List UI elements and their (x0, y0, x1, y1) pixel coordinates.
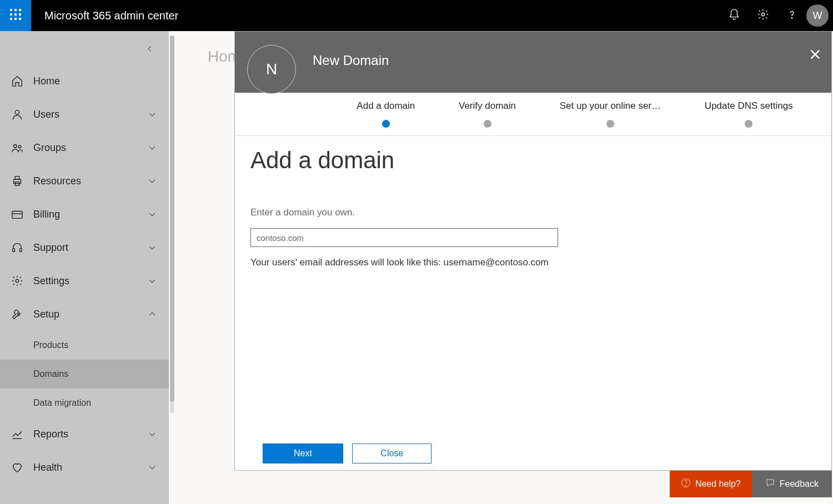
sidebar-item-home[interactable]: Home (0, 64, 169, 98)
chevron-down-icon (141, 144, 163, 152)
sidebar-item-label: Domains (33, 369, 68, 379)
sidebar-subitem-data-migration[interactable]: Data migration (0, 389, 169, 417)
svg-rect-8 (19, 18, 21, 20)
notifications-button[interactable] (720, 0, 749, 31)
panel-body: Add a domain Enter a domain you own. You… (235, 136, 831, 443)
app-launcher-button[interactable] (0, 0, 31, 31)
step-label: Update DNS settings (705, 100, 793, 112)
new-domain-panel: N New Domain Add a domain Verify domain … (234, 31, 832, 471)
svg-rect-20 (20, 249, 22, 252)
domain-hint: Your users' email addresses will look li… (250, 257, 816, 268)
step-label: Verify domain (459, 100, 516, 112)
sidebar-item-label: Data migration (33, 398, 91, 408)
feedback-button[interactable]: Feedback (752, 471, 832, 497)
gear-icon (10, 274, 24, 288)
bell-icon (728, 8, 740, 23)
sidebar-item-health[interactable]: Health (0, 451, 169, 484)
sidebar-item-settings[interactable]: Settings (0, 264, 169, 298)
settings-button[interactable] (749, 0, 777, 31)
svg-point-12 (14, 145, 17, 148)
svg-rect-14 (14, 179, 21, 183)
svg-point-10 (791, 18, 792, 18)
panel-avatar: N (247, 45, 296, 94)
svg-rect-3 (10, 13, 12, 16)
panel-title: New Domain (313, 53, 389, 68)
chevron-down-icon (141, 430, 163, 438)
printer-icon (10, 174, 24, 188)
step-add-domain[interactable]: Add a domain (357, 100, 415, 128)
sidebar-item-label: Products (33, 340, 68, 350)
sidebar-item-setup[interactable]: Setup (0, 298, 169, 331)
sidebar-item-reports[interactable]: Reports (0, 417, 169, 451)
step-dot (745, 120, 752, 128)
sidebar-item-users[interactable]: Users (0, 98, 169, 131)
chevron-down-icon (141, 244, 163, 251)
home-icon (10, 74, 24, 88)
panel-header: N New Domain (235, 32, 831, 93)
svg-point-25 (685, 485, 686, 486)
avatar-initial: W (813, 10, 822, 22)
step-online-services[interactable]: Set up your online ser… (560, 100, 661, 128)
user-avatar[interactable]: W (806, 4, 829, 27)
scrollbar-thumb[interactable] (170, 36, 174, 402)
svg-rect-1 (14, 9, 17, 11)
headset-icon (10, 240, 24, 255)
chevron-down-icon (141, 463, 163, 471)
sidebar-item-resources[interactable]: Resources (0, 164, 169, 198)
chevron-up-icon (141, 310, 163, 318)
sidebar-item-support[interactable]: Support (0, 231, 169, 264)
svg-rect-6 (10, 18, 12, 20)
next-button[interactable]: Next (263, 443, 343, 463)
wrench-icon (10, 307, 24, 321)
step-label: Add a domain (357, 100, 415, 112)
sidebar-item-label: Support (33, 242, 141, 254)
panel-footer: Next Close (235, 443, 831, 470)
sidebar-scrollbar[interactable] (170, 36, 174, 413)
panel-close-button[interactable] (809, 48, 821, 63)
heart-icon (10, 460, 24, 475)
waffle-icon (10, 9, 21, 22)
sidebar-item-label: Billing (33, 209, 141, 220)
svg-rect-17 (12, 211, 22, 219)
sidebar-item-label: Users (33, 109, 141, 120)
sidebar-subitem-domains[interactable]: Domains (0, 360, 169, 389)
question-icon (786, 8, 798, 23)
sidebar-collapse-button[interactable] (141, 41, 159, 59)
sidebar-item-label: Health (33, 462, 141, 473)
wizard-steps: Add a domain Verify domain Set up your o… (235, 93, 831, 136)
card-icon (10, 207, 24, 221)
question-circle-icon (681, 478, 695, 490)
groups-icon (10, 140, 24, 155)
svg-point-13 (18, 145, 21, 148)
svg-rect-5 (19, 13, 21, 16)
gear-icon (757, 8, 769, 23)
svg-point-21 (16, 279, 19, 283)
sidebar-item-label: Groups (33, 142, 141, 154)
svg-point-11 (15, 110, 19, 114)
domain-input[interactable] (250, 228, 558, 247)
sidebar-item-label: Setup (33, 309, 141, 320)
need-help-button[interactable]: Need help? (670, 471, 752, 497)
step-dot (484, 120, 491, 128)
svg-rect-4 (14, 13, 17, 16)
step-dot (606, 120, 614, 128)
close-button[interactable]: Close (352, 443, 431, 463)
domain-field-label: Enter a domain you own. (250, 207, 816, 218)
svg-rect-2 (19, 9, 21, 11)
chevron-down-icon (141, 277, 163, 285)
speech-bubble-icon (765, 478, 780, 490)
svg-rect-7 (14, 18, 17, 20)
sidebar-subitem-products[interactable]: Products (0, 331, 169, 360)
chevron-down-icon (141, 110, 163, 118)
help-button[interactable] (777, 0, 806, 31)
chart-icon (10, 427, 24, 441)
svg-point-9 (761, 13, 765, 16)
svg-rect-15 (15, 177, 19, 180)
user-icon (10, 107, 24, 122)
sidebar-item-label: Reports (33, 429, 141, 440)
step-verify-domain[interactable]: Verify domain (459, 100, 516, 128)
step-update-dns[interactable]: Update DNS settings (705, 100, 793, 128)
sidebar-item-billing[interactable]: Billing (0, 198, 169, 231)
svg-rect-0 (10, 9, 12, 11)
sidebar-item-groups[interactable]: Groups (0, 131, 169, 164)
